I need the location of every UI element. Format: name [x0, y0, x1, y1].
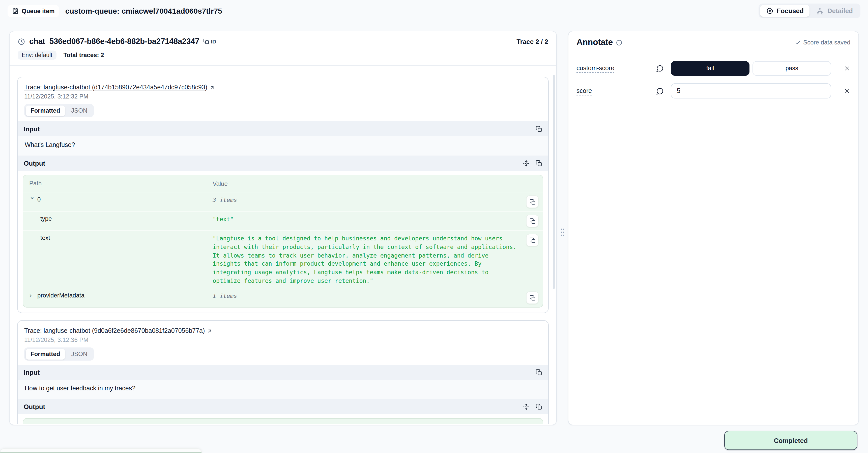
format-tabs: Formatted JSON	[24, 348, 94, 361]
clock-icon	[18, 38, 25, 45]
score-option-fail[interactable]: fail	[671, 61, 749, 76]
queue-item-badge: Queue item	[7, 5, 59, 17]
input-label: Input	[24, 369, 40, 376]
main-content: chat_536ed067-b86e-4eb6-882b-ba27148a234…	[0, 22, 868, 453]
tab-formatted[interactable]: Formatted	[26, 105, 65, 116]
copy-output-button[interactable]	[536, 403, 542, 410]
vertical-scrollbar[interactable]	[553, 75, 555, 289]
check-icon	[795, 39, 801, 46]
env-badge: Env: default	[18, 51, 56, 60]
output-table-row: ›providerMetadata1 items	[23, 288, 543, 307]
focused-view-button[interactable]: Focused	[760, 5, 810, 17]
score-name: custom-score	[577, 65, 656, 72]
score-row-custom-score: custom-score fail pass	[568, 61, 859, 76]
unfold-vertical-icon	[523, 403, 530, 410]
output-table-header-row: PathValue	[23, 419, 543, 424]
copy-icon	[529, 199, 535, 205]
output-section-header: Output	[18, 399, 548, 414]
chevron-right-icon[interactable]: ›	[29, 293, 35, 299]
toast-edge	[0, 449, 202, 453]
output-label: Output	[24, 159, 45, 167]
copy-value-button[interactable]	[526, 234, 539, 247]
copy-icon	[529, 295, 535, 301]
expand-output-button[interactable]	[523, 403, 530, 410]
score-row-score: score	[568, 83, 859, 98]
copy-output-button[interactable]	[536, 160, 542, 166]
column-header-path: Path	[29, 179, 213, 187]
path-key: providerMetadata	[37, 292, 85, 299]
detailed-view-button[interactable]: Detailed	[811, 5, 859, 17]
annotate-header: Annotate Score data saved	[568, 31, 859, 48]
copy-icon	[529, 218, 535, 224]
unfold-vertical-icon	[523, 160, 530, 166]
gauge-icon	[766, 7, 773, 15]
view-mode-toggle: Focused Detailed	[758, 3, 861, 18]
row-value: "Langfuse is a tool designed to help bus…	[213, 234, 521, 285]
score-option-pass[interactable]: pass	[752, 61, 831, 76]
copy-input-button[interactable]	[536, 125, 542, 132]
score-name: score	[577, 87, 656, 94]
tab-json[interactable]: JSON	[66, 105, 92, 116]
column-header-value: Value	[213, 179, 521, 189]
row-value: 3 items	[213, 196, 521, 204]
completed-button[interactable]: Completed	[724, 431, 858, 450]
output-table-row: text"Langfuse is a tool designed to help…	[23, 230, 543, 288]
input-label: Input	[24, 125, 40, 133]
column-header-value: Value	[213, 423, 521, 424]
trace-link-2[interactable]: Trace: langfuse-chatbot (9d0a6f2e6de8670…	[24, 328, 212, 335]
trace-card-1: Trace: langfuse-chatbot (d174b1589072e43…	[17, 77, 549, 313]
id-label: ID	[211, 38, 216, 45]
page-title: custom-queue: cmiacwel70041ad060s7tlr75	[65, 6, 222, 15]
copy-id-button[interactable]: ID	[203, 38, 216, 45]
score-value-input[interactable]	[671, 83, 831, 98]
input-section-header: Input	[18, 365, 548, 380]
input-section-header: Input	[18, 121, 548, 136]
delete-score-button[interactable]	[844, 65, 850, 72]
row-value: "text"	[213, 215, 521, 224]
row-path: ›providerMetadata	[29, 292, 213, 299]
external-link-icon	[209, 85, 215, 90]
copy-icon	[536, 369, 542, 376]
tab-json[interactable]: JSON	[66, 349, 92, 360]
copy-value-button[interactable]	[526, 215, 539, 227]
column-header-path: Path	[29, 423, 213, 424]
delete-score-button[interactable]	[844, 88, 850, 94]
panel-resize-handle[interactable]	[559, 226, 565, 238]
copy-icon	[536, 160, 542, 166]
trace-link-label: Trace: langfuse-chatbot (9d0a6f2e6de8670…	[24, 328, 205, 335]
trace-title: chat_536ed067-b86e-4eb6-882b-ba27148a234…	[29, 37, 199, 46]
save-status: Score data saved	[795, 39, 850, 46]
row-path: type	[29, 215, 213, 223]
comment-bubble-icon	[656, 87, 664, 95]
grip-vertical-icon	[560, 227, 565, 237]
output-table-header-row: PathValue	[23, 175, 543, 192]
output-label: Output	[24, 403, 45, 410]
output-json-table: PathValue›03 itemstype"text"text"Langfus…	[23, 175, 543, 308]
copy-icon	[536, 403, 542, 410]
annotate-title: Annotate	[577, 37, 613, 48]
chevron-down-icon[interactable]: ›	[29, 197, 35, 202]
row-value: 1 items	[213, 292, 521, 301]
external-link-icon	[207, 328, 212, 334]
tab-formatted[interactable]: Formatted	[26, 349, 65, 360]
path-key: 0	[37, 196, 40, 203]
trace-list-scroll-area[interactable]: Trace: langfuse-chatbot (d174b1589072e43…	[10, 71, 556, 424]
copy-value-button[interactable]	[526, 196, 539, 208]
total-traces-label: Total traces: 2	[63, 52, 104, 59]
expand-output-button[interactable]	[523, 160, 530, 166]
trace-link-1[interactable]: Trace: langfuse-chatbot (d174b1589072e43…	[24, 84, 215, 91]
trace-link-label: Trace: langfuse-chatbot (d174b1589072e43…	[24, 84, 207, 91]
comment-button[interactable]	[656, 87, 664, 95]
copy-value-button[interactable]	[526, 292, 539, 304]
info-icon[interactable]	[616, 39, 622, 46]
comment-button[interactable]	[656, 64, 664, 72]
trace-counter: Trace 2 / 2	[517, 38, 548, 45]
queue-item-badge-label: Queue item	[22, 7, 55, 15]
copy-icon	[203, 38, 209, 45]
x-icon	[844, 65, 850, 72]
copy-input-button[interactable]	[536, 369, 542, 376]
focused-label: Focused	[777, 7, 804, 15]
output-table-row: ›03 items	[23, 192, 543, 211]
score-options: fail pass	[671, 61, 831, 76]
trace-panel: chat_536ed067-b86e-4eb6-882b-ba27148a234…	[9, 31, 557, 425]
